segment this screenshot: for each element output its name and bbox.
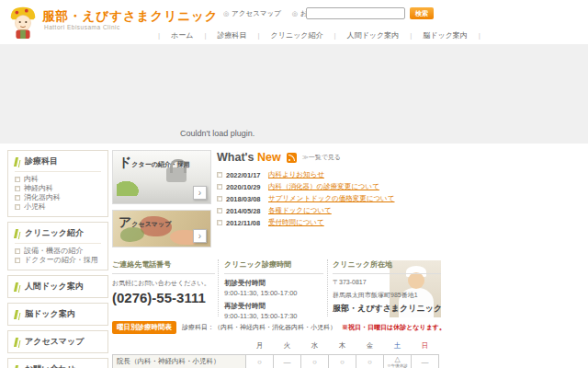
sidebar-box: クリニック紹介設備・機器の紹介ドクターの紹介・採用 — [7, 222, 108, 270]
schedule-title-badge: 曜日別診療時間表 — [112, 321, 176, 334]
address: 群馬県太田市飯塚町985番地1 — [333, 291, 441, 300]
sidebar-item[interactable]: 神経内科 — [15, 184, 101, 193]
plant-decoration — [117, 179, 141, 196]
clinic-name: 服部・えびすさまクリニック — [333, 303, 441, 315]
banner-label: ドクターの紹介・採用 — [119, 155, 190, 171]
sidebar-item[interactable]: ドクターの紹介・採用 — [15, 256, 101, 265]
site-subtitle: Hattori Ebisusama Clinic — [44, 24, 120, 30]
news-link[interactable]: 各種ドックについて — [268, 206, 332, 215]
day-header-月: 月 — [246, 339, 274, 355]
sidebar-item-label: 設備・機器の紹介 — [24, 247, 83, 256]
first-visit-time: 9:00-11:30, 15:00-17:00 — [224, 289, 323, 297]
day-header-木: 木 — [329, 339, 356, 355]
revisit-label: 再診受付時間 — [224, 302, 323, 311]
square-bullet-icon — [217, 184, 222, 190]
chevron-right-icon[interactable]: › — [193, 229, 207, 243]
news-link[interactable]: 内科（消化器）の診療変更について — [268, 182, 379, 191]
hours-section-title: クリニック診療時間 — [224, 259, 323, 274]
schedule-table: 月火水木金土日院長（内科・神経内科・小児科）○―○○○△※午後休診―副院長（内科… — [112, 339, 439, 368]
news-link[interactable]: サプリメントドックの価格変更について — [268, 194, 394, 203]
sidebar-section-title[interactable]: 脳ドック案内 — [15, 308, 101, 320]
availability-symbol: ○ — [368, 358, 372, 366]
chevron-right-icon[interactable]: › — [193, 186, 207, 200]
schedule-section: 曜日別診療時間表 診療科目：（内科・神経内科・消化器内科・小児科） ※祝日・日曜… — [112, 321, 441, 368]
sidebar-section-label: クリニック紹介 — [25, 227, 84, 239]
clinic-mascot-logo — [6, 4, 40, 40]
sidebar-item-label: 小児科 — [24, 202, 46, 212]
news-link[interactable]: 内科よりお知らせ — [268, 170, 324, 179]
sidebar-item[interactable]: 内科 — [15, 175, 101, 184]
nav-item[interactable]: クリニック紹介 — [260, 30, 334, 40]
postal-code: 〒373-0817 — [333, 278, 441, 287]
flash-plugin-area: Couldn't load plugin. — [0, 44, 588, 144]
square-bullet-icon — [15, 195, 20, 201]
sidebar-section-label: 脳ドック案内 — [25, 308, 75, 320]
day-header-日: 日 — [412, 339, 439, 355]
schedule-row: 院長（内科・神経内科・小児科）○―○○○△※午後休診― — [113, 355, 439, 368]
sidebar-section-title[interactable]: 診療科目 — [15, 155, 101, 167]
availability-symbol: ― — [422, 358, 429, 366]
sidebar-section-title[interactable]: クリニック紹介 — [15, 227, 101, 239]
sidebar-item-label: 内科 — [24, 175, 39, 184]
sidebar-item-label: 神経内科 — [24, 184, 53, 193]
news-date: 2014/05/28 — [226, 207, 265, 215]
sidebar-section-title[interactable]: 人間ドック案内 — [15, 281, 101, 293]
news-item: 2014/05/28各種ドックについて — [217, 206, 441, 215]
square-bullet-icon — [217, 220, 222, 225]
availability-symbol: ○ — [340, 358, 345, 366]
square-bullet-icon — [15, 177, 20, 182]
sidebar-section-title[interactable]: お問い合わせ — [15, 363, 101, 368]
news-date: 2012/11/08 — [226, 219, 265, 227]
sidebar-section-label: 診療科目 — [25, 155, 58, 167]
search-button[interactable]: 検索 — [410, 7, 434, 19]
site-title[interactable]: 服部・えびすさまクリニック — [42, 8, 219, 25]
first-visit-label: 初診受付時間 — [224, 279, 323, 288]
sidebar-box: アクセスマップ — [7, 330, 108, 353]
list-marker-icon — [14, 229, 18, 238]
news-list: 2022/01/17内科よりお知らせ2020/10/29内科（消化器）の診療変更… — [217, 170, 441, 227]
rss-icon[interactable] — [287, 153, 297, 163]
availability-symbol: ○ — [257, 358, 262, 366]
sidebar-box: 診療科目内科神経内科消化器内科小児科 — [7, 150, 108, 217]
news-date: 2022/01/17 — [226, 171, 265, 179]
search-input[interactable] — [306, 7, 405, 19]
schedule-row-label: 院長（内科・神経内科・小児科） — [113, 355, 246, 368]
day-header-土: 土 — [384, 339, 412, 355]
list-marker-icon — [14, 282, 18, 292]
list-marker-icon — [14, 310, 18, 319]
nav-item[interactable]: 診療科目 — [207, 30, 258, 40]
view-all-news-link[interactable]: ≫一覧で見る — [302, 153, 341, 162]
double-arrow-icon: ≫ — [302, 154, 309, 160]
day-header-水: 水 — [301, 339, 329, 355]
sidebar-item[interactable]: 設備・機器の紹介 — [15, 247, 101, 256]
nav-separator: | — [479, 31, 481, 40]
nav-item[interactable]: 人間ドック案内 — [336, 30, 411, 40]
day-header-金: 金 — [356, 339, 384, 355]
sidebar-item[interactable]: 消化器内科 — [15, 193, 101, 202]
main-nav: |ホーム|診療科目|クリニック紹介|人間ドック案内|脳ドック案内| — [158, 30, 481, 40]
schedule-cell: ○ — [246, 355, 274, 368]
news-link[interactable]: 受付時間について — [268, 218, 324, 227]
column-divider — [218, 259, 219, 316]
location-section-title: クリニック所在地 — [333, 259, 441, 274]
sidebar-section-title[interactable]: アクセスマップ — [15, 336, 101, 348]
sidebar-box: 人間ドック案内 — [7, 275, 108, 298]
news-item: 2020/10/29内科（消化器）の診療変更について — [217, 182, 441, 191]
divider — [15, 243, 101, 244]
whats-new-section: What's New ≫一覧で見る 2022/01/17内科よりお知らせ2020… — [217, 151, 441, 227]
sidebar-box: 脳ドック案内 — [7, 303, 108, 326]
banner-doctor-intro[interactable]: ドクターの紹介・採用 › — [112, 150, 211, 204]
circle-bullet-icon: ◎ — [292, 10, 298, 17]
banner-access-map[interactable]: アクセスマップ › — [112, 210, 211, 247]
square-bullet-icon — [15, 248, 20, 254]
nav-item[interactable]: 脳ドック案内 — [412, 30, 479, 40]
sidebar-item-label: 消化器内科 — [24, 193, 61, 202]
sidebar-item[interactable]: 小児科 — [15, 202, 101, 212]
sidebar-box: お問い合わせ — [7, 358, 108, 368]
hours-section: クリニック診療時間 初診受付時間 9:00-11:30, 15:00-17:00… — [224, 259, 323, 320]
sidebar: 診療科目内科神経内科消化器内科小児科クリニック紹介設備・機器の紹介ドクターの紹介… — [7, 150, 108, 368]
utility-link-access-map[interactable]: ◎アクセスマップ — [223, 9, 281, 18]
square-bullet-icon — [15, 204, 20, 210]
square-bullet-icon — [217, 208, 222, 213]
nav-item[interactable]: ホーム — [160, 30, 204, 40]
